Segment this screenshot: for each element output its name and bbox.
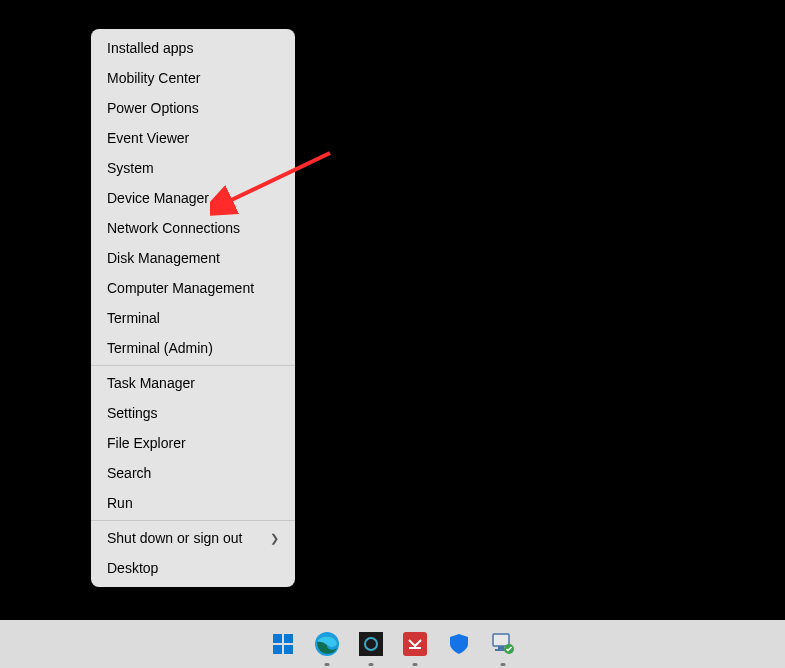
windows-logo-icon — [271, 632, 295, 656]
menu-item-power-options[interactable]: Power Options — [91, 93, 295, 123]
taskbar-indicator — [368, 663, 373, 666]
svg-rect-7 — [359, 632, 383, 656]
menu-item-task-manager[interactable]: Task Manager — [91, 368, 295, 398]
menu-separator — [91, 520, 295, 521]
start-button[interactable] — [267, 628, 299, 660]
menu-item-terminal-admin[interactable]: Terminal (Admin) — [91, 333, 295, 363]
menu-item-device-manager[interactable]: Device Manager — [91, 183, 295, 213]
menu-item-label: Settings — [107, 405, 158, 421]
menu-item-label: Power Options — [107, 100, 199, 116]
taskbar-icon-device-manager[interactable] — [487, 628, 519, 660]
menu-item-settings[interactable]: Settings — [91, 398, 295, 428]
edge-icon — [314, 631, 340, 657]
menu-item-computer-management[interactable]: Computer Management — [91, 273, 295, 303]
menu-item-label: Installed apps — [107, 40, 193, 56]
menu-item-label: Task Manager — [107, 375, 195, 391]
app-red-icon — [403, 632, 427, 656]
menu-item-event-viewer[interactable]: Event Viewer — [91, 123, 295, 153]
menu-item-search[interactable]: Search — [91, 458, 295, 488]
svg-rect-4 — [273, 645, 282, 654]
menu-item-label: File Explorer — [107, 435, 186, 451]
menu-item-disk-management[interactable]: Disk Management — [91, 243, 295, 273]
svg-rect-10 — [493, 634, 509, 646]
menu-separator — [91, 365, 295, 366]
menu-item-label: Computer Management — [107, 280, 254, 296]
taskbar-icon-edge[interactable] — [311, 628, 343, 660]
shield-icon — [447, 632, 471, 656]
menu-item-network-connections[interactable]: Network Connections — [91, 213, 295, 243]
menu-item-file-explorer[interactable]: File Explorer — [91, 428, 295, 458]
taskbar-indicator — [500, 663, 505, 666]
taskbar-indicator — [324, 663, 329, 666]
taskbar — [0, 620, 785, 668]
svg-rect-3 — [284, 634, 293, 643]
svg-rect-2 — [273, 634, 282, 643]
taskbar-icon-app-red[interactable] — [399, 628, 431, 660]
menu-item-label: Mobility Center — [107, 70, 200, 86]
menu-item-label: System — [107, 160, 154, 176]
menu-item-label: Event Viewer — [107, 130, 189, 146]
menu-item-system[interactable]: System — [91, 153, 295, 183]
menu-item-label: Terminal — [107, 310, 160, 326]
taskbar-icon-security[interactable] — [443, 628, 475, 660]
taskbar-indicator — [412, 663, 417, 666]
menu-item-label: Desktop — [107, 560, 158, 576]
winx-context-menu: Installed apps Mobility Center Power Opt… — [91, 29, 295, 587]
svg-rect-9 — [403, 632, 427, 656]
device-manager-icon — [490, 631, 516, 657]
app-dark-icon — [359, 632, 383, 656]
menu-item-desktop[interactable]: Desktop — [91, 553, 295, 583]
svg-rect-11 — [498, 646, 504, 649]
menu-item-label: Disk Management — [107, 250, 220, 266]
menu-item-label: Run — [107, 495, 133, 511]
menu-item-label: Device Manager — [107, 190, 209, 206]
menu-item-mobility-center[interactable]: Mobility Center — [91, 63, 295, 93]
menu-item-run[interactable]: Run — [91, 488, 295, 518]
menu-item-label: Terminal (Admin) — [107, 340, 213, 356]
menu-item-installed-apps[interactable]: Installed apps — [91, 33, 295, 63]
menu-item-shutdown-signout[interactable]: Shut down or sign out ❯ — [91, 523, 295, 553]
taskbar-icon-app-dark[interactable] — [355, 628, 387, 660]
chevron-right-icon: ❯ — [270, 532, 279, 545]
svg-rect-5 — [284, 645, 293, 654]
menu-item-label: Shut down or sign out — [107, 530, 242, 546]
menu-item-label: Search — [107, 465, 151, 481]
menu-item-terminal[interactable]: Terminal — [91, 303, 295, 333]
menu-item-label: Network Connections — [107, 220, 240, 236]
